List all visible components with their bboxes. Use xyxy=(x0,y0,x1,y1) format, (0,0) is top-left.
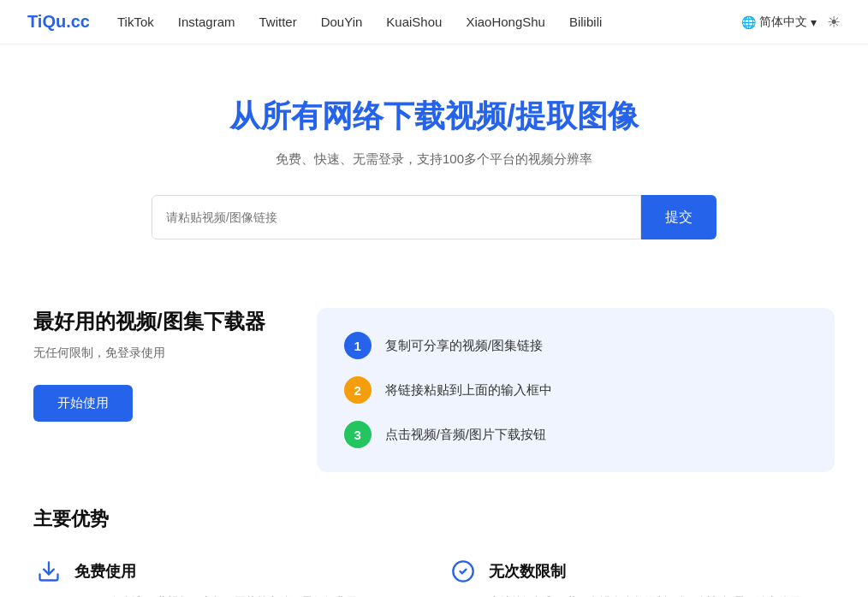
advantage-unlimited-name: 无次数限制 xyxy=(489,561,566,582)
feature-subtitle: 无任何限制，免登录使用 xyxy=(33,346,265,361)
search-bar: 提交 xyxy=(152,195,716,239)
nav-link-douyin[interactable]: DouYin xyxy=(321,15,363,29)
advantage-unlimited-desc: 本站的解析和下载服务没有次数限制，您可以根据需要随意使用。 xyxy=(448,594,835,597)
nav-logo[interactable]: TiQu.cc xyxy=(27,12,90,32)
step-item-3: 3 点击视频/音频/图片下载按钮 xyxy=(344,421,807,448)
chevron-down-icon: ▾ xyxy=(811,15,817,29)
step-text-2: 将链接粘贴到上面的输入框中 xyxy=(385,382,552,399)
submit-button[interactable]: 提交 xyxy=(641,195,716,239)
advantage-free-desc: TiQu.cc解析和下载视频、音频、图片等文件无需任何费用。 xyxy=(33,594,420,597)
advantage-free-name: 免费使用 xyxy=(74,561,136,582)
nav-link-xiaohongshu[interactable]: XiaoHongShu xyxy=(466,15,545,29)
advantages-grid: 免费使用 TiQu.cc解析和下载视频、音频、图片等文件无需任何费用。 无次数限… xyxy=(33,556,835,597)
nav-link-twitter[interactable]: Twitter xyxy=(259,15,296,29)
step-number-1: 1 xyxy=(344,332,372,359)
step-text-1: 复制可分享的视频/图集链接 xyxy=(385,338,543,354)
left-panel: 最好用的视频/图集下载器 无任何限制，免登录使用 开始使用 xyxy=(33,308,265,422)
advantage-free-header: 免费使用 xyxy=(33,556,420,587)
nav-links: TikTok Instagram Twitter DouYin KuaiShou… xyxy=(117,15,741,29)
main-content: 最好用的视频/图集下载器 无任何限制，免登录使用 开始使用 1 复制可分享的视频… xyxy=(6,308,862,472)
step-item-1: 1 复制可分享的视频/图集链接 xyxy=(344,332,807,359)
nav-link-bilibili[interactable]: Bilibili xyxy=(569,15,602,29)
nav-link-tiktok[interactable]: TikTok xyxy=(117,15,154,29)
advantages-section: 主要优势 免费使用 TiQu.cc解析和下载视频、音频、图片等文件无需任何费用。 xyxy=(6,506,862,597)
globe-icon: 🌐 xyxy=(741,15,756,29)
nav-link-instagram[interactable]: Instagram xyxy=(178,15,235,29)
step-text-3: 点击视频/音频/图片下载按钮 xyxy=(385,427,546,443)
step-number-2: 2 xyxy=(344,376,372,404)
hero-subtitle: 免费、快速、无需登录，支持100多个平台的视频分辨率 xyxy=(17,151,851,168)
search-input[interactable] xyxy=(152,195,641,239)
navbar: TiQu.cc TikTok Instagram Twitter DouYin … xyxy=(0,0,868,44)
steps-panel: 1 复制可分享的视频/图集链接 2 将链接粘贴到上面的输入框中 3 点击视频/音… xyxy=(317,308,835,472)
advantage-unlimited-header: 无次数限制 xyxy=(448,556,835,587)
feature-title: 最好用的视频/图集下载器 xyxy=(33,308,265,335)
step-number-3: 3 xyxy=(344,421,372,448)
theme-toggle[interactable]: ☀ xyxy=(827,13,841,32)
checkmark-icon xyxy=(448,556,479,587)
hero-title: 从所有网络下载视频/提取图像 xyxy=(17,96,851,138)
nav-right: 🌐 简体中文 ▾ ☀ xyxy=(741,13,841,32)
advantages-title: 主要优势 xyxy=(33,506,835,532)
nav-link-kuaishou[interactable]: KuaiShou xyxy=(386,15,442,29)
download-icon xyxy=(33,556,64,587)
language-label: 简体中文 xyxy=(759,15,807,30)
language-selector[interactable]: 🌐 简体中文 ▾ xyxy=(741,15,817,30)
start-button[interactable]: 开始使用 xyxy=(33,385,133,422)
advantage-free: 免费使用 TiQu.cc解析和下载视频、音频、图片等文件无需任何费用。 xyxy=(33,556,420,597)
hero-section: 从所有网络下载视频/提取图像 免费、快速、无需登录，支持100多个平台的视频分辨… xyxy=(0,44,868,274)
advantage-unlimited: 无次数限制 本站的解析和下载服务没有次数限制，您可以根据需要随意使用。 xyxy=(448,556,835,597)
step-item-2: 2 将链接粘贴到上面的输入框中 xyxy=(344,376,807,404)
